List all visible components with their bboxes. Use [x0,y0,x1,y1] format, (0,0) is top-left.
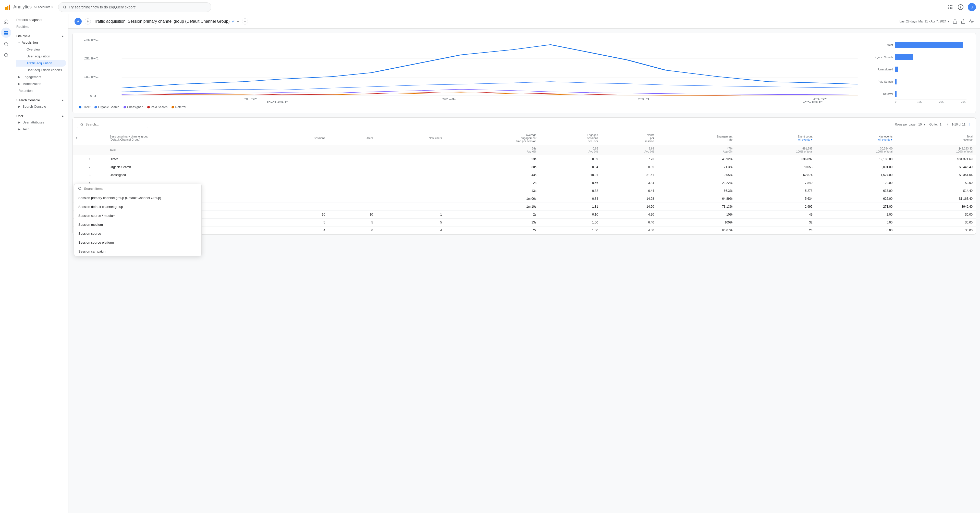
main-content: A + Traffic acquisition: Session primary… [68,14,980,513]
search-console-collapse-icon: ▲ [62,99,64,102]
search-icon [62,5,67,9]
insights-icon[interactable] [969,19,974,24]
page-header: A + Traffic acquisition: Session primary… [68,14,980,29]
table-row: 4 2s0.663.84 23.22%7,840 120.00$0.00 [73,179,976,187]
verified-icon: ✓ [232,19,235,24]
sidebar-item-reports-snapshot[interactable]: Reports snapshot [12,16,66,23]
apps-icon[interactable] [947,4,953,10]
dropdown-item-4[interactable]: Session source [74,229,201,238]
prev-page-icon[interactable] [945,122,950,127]
table-search-wrap[interactable] [77,121,148,128]
col-event-count[interactable]: Event countAll events ▾ [735,131,816,145]
svg-rect-19 [6,33,8,35]
sidebar-icon-advertising[interactable] [1,50,11,60]
sidebar-item-overview[interactable]: Overview [16,46,66,53]
svg-point-10 [951,6,953,8]
date-range-selector[interactable]: Last 28 days Mar 11 - Apr 7, 2024 ▾ [900,20,950,23]
svg-point-13 [951,8,953,9]
account-label: All accounts [34,5,50,9]
sidebar-item-user-attributes[interactable]: ▶ User attributes [16,119,66,126]
svg-rect-0 [5,7,6,10]
table-search-input[interactable] [86,122,145,126]
svg-text:10K: 10K [917,100,922,103]
add-comparison-button[interactable]: + [242,18,248,24]
add-report-button[interactable]: + [85,18,91,24]
line-chart-svg: 3K 2K 1K 0 17 Mar 24 31 07 [77,37,870,103]
legend-referral: Referral [172,105,186,109]
svg-text:Direct: Direct [886,43,893,46]
chart-section: 3K 2K 1K 0 17 Mar 24 31 07 [73,33,976,113]
svg-text:17: 17 [243,98,258,101]
page-header-avatar: A [75,18,82,25]
col-avg-engagement[interactable]: Averageengagementtime per session [445,131,539,145]
col-engagement-rate[interactable]: Engagementrate [657,131,735,145]
table-toolbar: Rows per page: 10 ▾ Go to: 1 1-10 of 11 [73,118,976,131]
rows-per-page-selector[interactable]: Rows per page: 10 ▾ [895,123,925,126]
pagination: 1-10 of 11 [945,122,972,127]
col-users[interactable]: Users [328,131,376,145]
account-selector[interactable]: All accounts ▾ [34,5,53,9]
sidebar-section-search-console[interactable]: Search Console ▲ [12,96,68,103]
bar-unassigned [895,67,898,72]
sidebar-item-traffic-acquisition[interactable]: Traffic acquisition [16,60,66,67]
sidebar-item-monetization[interactable]: ▶ Monetization [16,80,66,87]
svg-point-6 [950,5,951,6]
col-sessions[interactable]: Sessions [266,131,328,145]
dropdown-search-input[interactable] [84,187,198,191]
help-icon[interactable]: ? [958,4,964,10]
legend-dot-organic-search [94,106,97,108]
bar-organic-search [895,54,913,60]
sidebar-item-user-acquisition[interactable]: User acquisition [16,53,66,60]
dropdown-item-0[interactable]: Session primary channel group (Default C… [74,193,201,202]
next-page-icon[interactable] [967,122,972,127]
svg-text:24: 24 [442,98,456,101]
user-avatar[interactable]: U [968,3,976,11]
sidebar-item-retention[interactable]: Retention [16,87,66,94]
dropdown-search-bar [74,184,201,193]
svg-text:0: 0 [895,100,897,103]
bar-paid-search [895,79,897,84]
sidebar-item-user-acquisition-cohorts[interactable]: User acquisition cohorts [16,67,66,73]
legend-organic-search: Organic Search [94,105,119,109]
table-row: 2 Organic Search 30s0.948.85 71.3%70,053… [73,163,976,171]
svg-rect-2 [9,5,10,10]
svg-text:Referral: Referral [883,92,893,95]
dropdown-item-6[interactable]: Session campaign [74,247,201,256]
date-range-value: Mar 11 - Apr 7, 2024 [918,20,946,23]
col-events-per-session[interactable]: Eventspersession [601,131,657,145]
dropdown-item-3[interactable]: Session medium [74,220,201,229]
sidebar-item-search-console[interactable]: ▶ Search Console [16,103,66,110]
chart-legend: Direct Organic Search Unassigned Paid Se… [77,105,972,109]
sidebar-item-acquisition[interactable]: ▾ Acquisition [16,39,66,46]
legend-unassigned: Unassigned [124,105,143,109]
sidebar-icon-home[interactable] [1,16,11,27]
table-row: 9 Organic Shopping 555 13s1.006.40 100%3… [73,219,976,227]
svg-line-4 [65,8,66,9]
dropdown-item-5[interactable]: Session source platform [74,238,201,247]
chevron-down-icon[interactable]: ▾ [237,19,239,24]
svg-text:?: ? [959,5,962,9]
legend-dot-direct [79,106,81,108]
dropdown-item-2[interactable]: Session source / medium [74,211,201,220]
col-key-events[interactable]: Key eventsAll events ▾ [816,131,896,145]
col-new-users[interactable]: New users [376,131,445,145]
sidebar-icon-reports[interactable] [1,27,11,38]
date-dropdown-icon: ▾ [948,20,950,23]
dropdown-item-1[interactable]: Session default channel group [74,202,201,211]
sidebar-icon-explore[interactable] [1,39,11,49]
global-search-bar[interactable]: Try searching "how to do BigQuery export… [58,2,211,12]
svg-line-48 [83,125,83,126]
col-channel[interactable]: Session primary channel group(Default Ch… [107,131,266,145]
share-link-icon[interactable] [961,19,966,24]
sidebar-section-user[interactable]: User ▲ [12,112,68,119]
col-engaged-per-user[interactable]: Engagedsessionsper user [539,131,601,145]
go-to-input[interactable]: Go to: 1 [929,123,942,126]
sidebar-item-realtime[interactable]: Realtime [12,23,66,30]
share-icon[interactable] [953,19,958,24]
sidebar-section-lifecycle[interactable]: Life cycle ▲ [12,32,68,39]
legend-dot-paid-search [147,106,150,108]
sidebar-item-engagement[interactable]: ▶ Engagement [16,73,66,80]
svg-line-21 [7,44,8,46]
col-revenue[interactable]: Totalrevenue [896,131,976,145]
sidebar-item-tech[interactable]: ▶ Tech [16,126,66,133]
